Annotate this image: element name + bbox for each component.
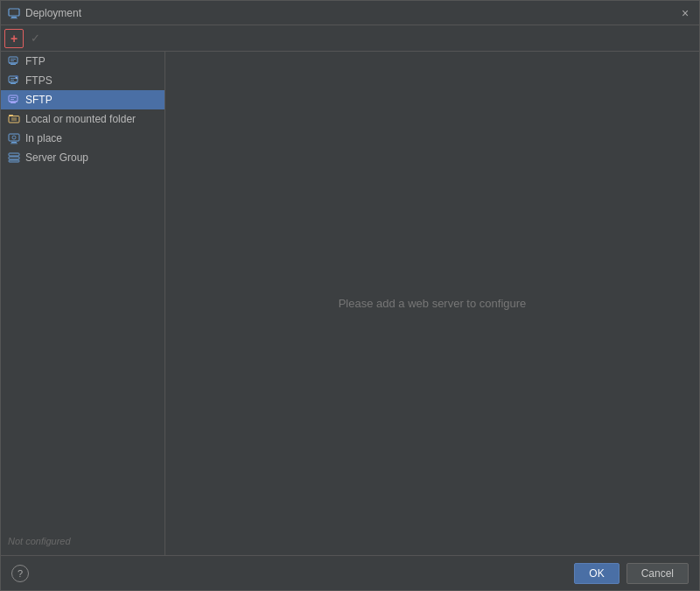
servergroup-icon xyxy=(8,151,20,164)
server-item-ftp-label: FTP xyxy=(25,55,46,67)
svg-rect-21 xyxy=(9,116,19,123)
svg-rect-30 xyxy=(9,160,19,162)
server-item-sftp-label: SFTP xyxy=(25,94,52,106)
server-item-sftp[interactable]: SFTP xyxy=(1,90,164,109)
svg-rect-1 xyxy=(11,17,17,18)
server-item-local-label: Local or mounted folder xyxy=(25,113,136,125)
sftp-icon xyxy=(8,94,20,106)
cancel-button[interactable]: Cancel xyxy=(626,563,689,584)
dialog-title: Deployment xyxy=(25,7,81,19)
svg-rect-25 xyxy=(11,142,17,143)
svg-rect-24 xyxy=(9,134,19,141)
not-configured-label: Not configured xyxy=(1,527,164,555)
svg-rect-26 xyxy=(10,144,18,144)
svg-rect-5 xyxy=(10,64,16,65)
right-panel: Please add a web server to configure xyxy=(165,52,699,555)
svg-rect-28 xyxy=(9,153,19,156)
confirm-button[interactable]: ✓ xyxy=(25,29,45,48)
svg-rect-17 xyxy=(10,102,16,103)
right-panel-placeholder: Please add a web server to configure xyxy=(339,297,527,310)
bottom-bar: ? OK Cancel xyxy=(1,555,699,590)
server-item-ftps-label: FTPS xyxy=(25,74,52,87)
inplace-icon xyxy=(8,132,20,144)
deployment-dialog: Deployment × + ✓ xyxy=(0,0,700,591)
help-button[interactable]: ? xyxy=(11,565,29,582)
svg-rect-29 xyxy=(9,157,19,159)
ftp-icon xyxy=(8,55,20,67)
server-item-ftps[interactable]: s FTPS xyxy=(1,71,164,90)
bottom-buttons: OK Cancel xyxy=(574,563,689,584)
server-item-servergroup[interactable]: Server Group xyxy=(1,148,164,167)
main-content: FTP s FTPS xyxy=(1,52,699,555)
ftps-icon: s xyxy=(8,74,20,87)
toolbar: + ✓ xyxy=(1,25,699,52)
svg-rect-10 xyxy=(10,83,16,84)
left-panel: FTP s FTPS xyxy=(1,52,165,555)
svg-rect-15 xyxy=(9,95,18,102)
server-item-local[interactable]: Local or mounted folder xyxy=(1,109,164,129)
server-item-ftp[interactable]: FTP xyxy=(1,52,164,71)
server-list: FTP s FTPS xyxy=(1,52,164,527)
app-icon xyxy=(8,7,20,19)
ok-button[interactable]: OK xyxy=(574,563,619,584)
svg-rect-3 xyxy=(9,57,18,63)
svg-point-27 xyxy=(12,136,16,139)
local-folder-icon xyxy=(8,113,20,125)
add-server-button[interactable]: + xyxy=(4,29,24,48)
svg-rect-2 xyxy=(10,18,18,18)
title-bar: Deployment × xyxy=(1,1,699,25)
close-button[interactable]: × xyxy=(678,6,692,20)
title-bar-left: Deployment xyxy=(8,7,81,19)
svg-rect-0 xyxy=(9,9,19,16)
server-item-servergroup-label: Server Group xyxy=(25,151,88,164)
server-item-inplace[interactable]: In place xyxy=(1,129,164,148)
server-item-inplace-label: In place xyxy=(25,132,62,144)
